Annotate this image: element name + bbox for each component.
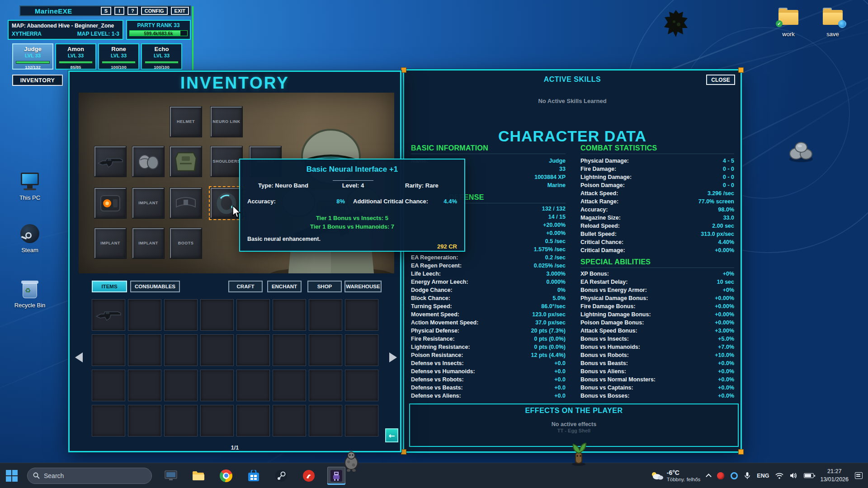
title-bar-button[interactable]: EXIT (171, 7, 189, 15)
title-bar-button[interactable]: S (101, 7, 111, 15)
inventory-grid-cell[interactable] (164, 405, 198, 436)
inventory-grid-cell[interactable] (128, 405, 161, 436)
tray-blue-app-icon[interactable] (731, 472, 738, 479)
resize-handle-bottom-left[interactable] (401, 449, 406, 455)
inventory-grid-cell[interactable] (309, 370, 342, 401)
slot-device[interactable] (94, 188, 126, 218)
resize-handle-bottom-right[interactable] (738, 449, 744, 455)
weather-widget[interactable]: -6°C Többny. felhős (650, 469, 701, 482)
language-indicator[interactable]: ENG (757, 473, 769, 479)
slot-boots[interactable]: BOOTS (170, 228, 202, 258)
inventory-grid-cell[interactable] (345, 405, 378, 436)
tab-consumables[interactable]: CONSUMABLES (130, 281, 180, 292)
title-bar-button[interactable]: I (114, 7, 124, 15)
resize-handle-top-right[interactable] (738, 67, 744, 73)
slot-neuro-link[interactable]: NEURO LINK (211, 107, 242, 137)
slot-chest[interactable] (170, 146, 202, 177)
desktop-icon-work[interactable]: ✓ work (768, 7, 809, 38)
inventory-grid-cell[interactable] (164, 334, 198, 366)
warehouse-button[interactable]: WAREHOUSE (344, 281, 382, 292)
title-bar-button[interactable]: ? (127, 7, 138, 15)
inventory-grid-cell[interactable] (92, 370, 125, 401)
slot-implant-1[interactable]: IMPLANT (132, 188, 164, 218)
game-title-bar[interactable]: MarineEXE SI?CONFIGEXIT (19, 5, 191, 16)
inventory-grid-cell[interactable] (164, 370, 198, 401)
resize-handle-top-left[interactable] (401, 67, 406, 73)
inventory-grid-cell[interactable] (309, 405, 342, 436)
slot-gloves[interactable] (132, 146, 164, 177)
inventory-grid-cell[interactable] (236, 370, 270, 401)
inventory-grid-cell[interactable] (200, 334, 234, 366)
inventory-grid-cell[interactable] (92, 405, 125, 436)
inventory-grid-cell[interactable] (309, 299, 342, 331)
inventory-grid-cell[interactable] (345, 299, 378, 331)
rifle-item-icon (96, 152, 124, 171)
chrome-icon[interactable] (217, 467, 235, 485)
tray-red-app-icon[interactable] (717, 472, 724, 479)
desktop-icon-label: Steam (9, 247, 51, 253)
slot-helmet[interactable]: HELMET (170, 107, 202, 137)
close-button[interactable]: CLOSE (706, 75, 735, 85)
party-member-frame[interactable]: Amon LVL 33 85/85 (55, 43, 96, 70)
party-member-frame[interactable]: Judge LVL 33 132/132 (12, 43, 53, 70)
shop-button[interactable]: SHOP (307, 281, 342, 292)
inventory-grid-cell-rifle[interactable] (92, 299, 125, 331)
inventory-grid-cell[interactable] (273, 334, 306, 366)
craft-button[interactable]: CRAFT (228, 281, 263, 292)
page-next-arrow[interactable] (389, 352, 397, 362)
stat-row: Life Leech: 3.000% (411, 270, 566, 278)
enchant-button[interactable]: ENCHANT (267, 281, 302, 292)
microphone-icon[interactable] (744, 472, 750, 480)
page-indicator: 1/1 (70, 445, 400, 451)
inventory-grid-cell[interactable] (128, 334, 161, 366)
start-button[interactable] (0, 463, 24, 488)
clock-widget[interactable]: 21:27 13/01/2026 (820, 468, 849, 483)
inventory-grid-cell[interactable] (200, 405, 234, 436)
tab-items[interactable]: ITEMS (92, 281, 127, 292)
wifi-icon[interactable] (775, 473, 783, 479)
slot-implant-3[interactable]: IMPLANT (132, 228, 164, 258)
party-member-frame[interactable]: Echo LVL 33 100/100 (141, 43, 182, 70)
inventory-grid-cell[interactable] (128, 299, 161, 331)
inventory-grid-cell[interactable] (345, 370, 378, 401)
inventory-grid-cell[interactable] (345, 334, 378, 366)
inventory-grid-cell[interactable] (200, 299, 234, 331)
stat-row: Defense vs Robots: +0.0 (411, 375, 566, 384)
slot-implant-2[interactable]: IMPLANT (94, 228, 126, 258)
aimp-icon[interactable] (300, 467, 318, 485)
tray-expand-icon[interactable] (706, 474, 712, 479)
inventory-grid-cell[interactable] (236, 405, 270, 436)
desktop-icon-recycle-bin[interactable]: ♻ Recycle Bin (9, 278, 51, 309)
transfer-arrow-icon[interactable]: ← (385, 428, 398, 442)
store-icon[interactable] (245, 467, 263, 485)
battery-icon[interactable] (804, 473, 814, 478)
inventory-grid-cell[interactable] (128, 370, 161, 401)
page-prev-arrow[interactable] (75, 352, 83, 362)
file-explorer-icon[interactable] (189, 467, 208, 485)
desktop-icon-steam[interactable]: Steam (9, 223, 51, 253)
slot-belt[interactable] (170, 188, 202, 218)
stat-row: EA Restart Delay: 10 sec (580, 278, 734, 286)
steam-taskbar-icon[interactable] (272, 467, 290, 485)
desktop-icon-save[interactable]: save (812, 7, 854, 38)
slot-weapon[interactable] (94, 146, 126, 177)
inventory-grid-cell[interactable] (273, 405, 306, 436)
inventory-grid-cell[interactable] (236, 334, 270, 366)
desktop-icon-this-pc[interactable]: This PC (9, 171, 51, 201)
action-center-icon[interactable] (855, 472, 863, 479)
inventory-grid-cell[interactable] (309, 334, 342, 366)
speaker-icon[interactable] (790, 472, 797, 479)
inventory-grid-cell[interactable] (200, 370, 234, 401)
search-input[interactable]: Search (27, 468, 152, 484)
slot-shoulders[interactable]: SHOULDERS (211, 146, 242, 177)
inventory-grid-cell[interactable] (273, 370, 306, 401)
monitor-icon[interactable] (162, 467, 180, 485)
inventory-grid-cell[interactable] (164, 299, 198, 331)
inventory-button[interactable]: INVENTORY (12, 75, 63, 86)
inventory-grid-cell[interactable] (273, 299, 306, 331)
inventory-grid-cell[interactable] (236, 299, 270, 331)
inventory-grid-cell[interactable] (92, 334, 125, 366)
chest-armor-item-icon (174, 150, 198, 174)
party-member-frame[interactable]: Rone LVL 33 100/100 (98, 43, 139, 70)
title-bar-button[interactable]: CONFIG (141, 7, 168, 15)
